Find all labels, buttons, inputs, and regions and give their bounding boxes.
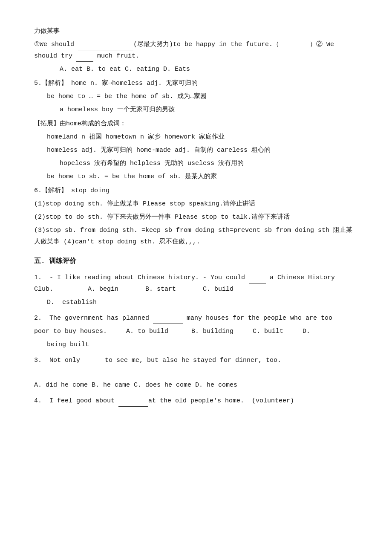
part5-q1-line2: D. establish bbox=[47, 297, 358, 308]
blank-q1 bbox=[249, 283, 266, 283]
blank-q4 bbox=[118, 406, 148, 407]
part5-q2-block: 2. The government has planned many house… bbox=[34, 312, 358, 350]
part5-q2: 2. The government has planned many house… bbox=[34, 312, 358, 324]
part5-q2-line3: being built bbox=[47, 339, 358, 350]
item6-line2: (2)stop to do sth. 停下来去做另外一件事 Please sto… bbox=[34, 211, 358, 223]
blank-1 bbox=[78, 50, 133, 50]
expand2: homeless adj. 无家可归的 home-made adj. 自制的 c… bbox=[47, 145, 358, 156]
blank-2 bbox=[76, 61, 93, 62]
part5-q1: 1. - I like reading about Chinese histor… bbox=[34, 272, 358, 295]
part5-title: 五. 训练评价 bbox=[34, 255, 358, 268]
part5-q4-block: 4. I feel good about at the old people's… bbox=[34, 395, 358, 407]
item-6-block: 6.【解析】 stop doing (1)stop doing sth. 停止做… bbox=[34, 185, 358, 248]
item6-line3: (3)stop sb. from doing sth. =keep sb fro… bbox=[34, 225, 358, 248]
item6-title: 6.【解析】 stop doing bbox=[34, 185, 358, 197]
q1-text: ①We should (尽最大努力)to be happy in the fut… bbox=[34, 39, 358, 62]
expand4: be home to sb. = be the home of sb. 是某人的… bbox=[47, 171, 358, 182]
part5-q3-block: 3. Not only to see me, but also he staye… bbox=[34, 355, 358, 391]
expand3: hopeless 没有希望的 helpless 无助的 useless 没有用的 bbox=[60, 158, 358, 169]
item5-line2: a homeless boy 一个无家可归的男孩 bbox=[60, 104, 358, 116]
item-5-expand-block: 【拓展】由home构成的合成词： homeland n 祖国 hometown … bbox=[34, 118, 358, 182]
part5-q2-line2: poor to buy houses. A. to build B. build… bbox=[34, 326, 358, 337]
part5-block: 五. 训练评价 1. - I like reading about Chines… bbox=[34, 255, 358, 407]
blank-q2 bbox=[153, 324, 183, 324]
part5-q3: 3. Not only to see me, but also he staye… bbox=[34, 355, 358, 366]
item-5-block: 5.【解析】 home n. 家→homeless adj. 无家可归的 be … bbox=[34, 78, 358, 116]
part5-q1-block: 1. - I like reading about Chinese histor… bbox=[34, 272, 358, 308]
expand1: homeland n 祖国 hometown n 家乡 homework 家庭作… bbox=[47, 131, 358, 143]
q1-options: A. eat B. to eat C. eating D. Eats bbox=[60, 64, 358, 75]
intro-text: 力做某事 bbox=[34, 26, 358, 37]
item6-line1: (1)stop doing sth. 停止做某事 Please stop spe… bbox=[34, 198, 358, 210]
question-1-block: ①We should (尽最大努力)to be happy in the fut… bbox=[34, 39, 358, 75]
part5-q4: 4. I feel good about at the old people's… bbox=[34, 395, 358, 407]
part5-q3-options: A. did he come B. he came C. does he com… bbox=[34, 379, 358, 391]
blank-q3 bbox=[84, 366, 101, 366]
item5-line1: be home to … = be the home of sb. 成为…家园 bbox=[47, 91, 358, 102]
item5-title: 5.【解析】 home n. 家→homeless adj. 无家可归的 bbox=[34, 78, 358, 89]
expand-title: 【拓展】由home构成的合成词： bbox=[34, 118, 358, 130]
